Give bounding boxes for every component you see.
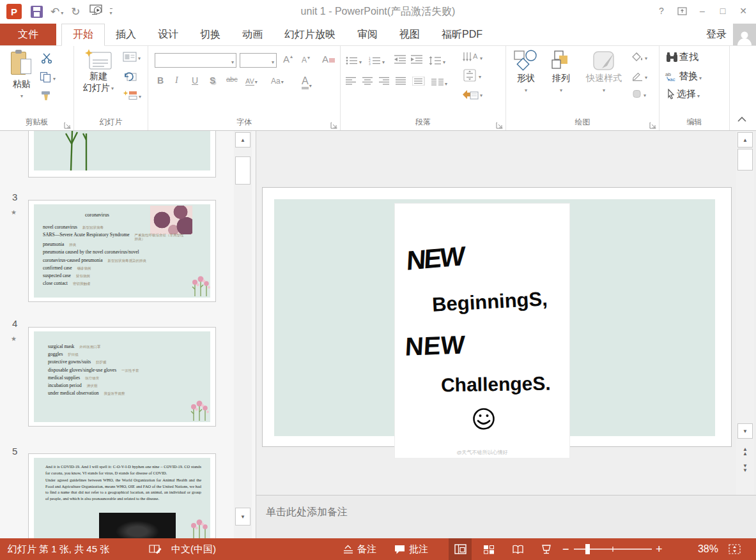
sign-in-link[interactable]: 登录 <box>700 24 733 45</box>
next-slide-button[interactable] <box>737 459 753 474</box>
align-left-button[interactable] <box>346 77 357 86</box>
main-scroll-up-button[interactable] <box>737 132 753 148</box>
strikethrough-button[interactable]: abc <box>226 75 238 83</box>
comments-toggle-button[interactable]: 批注 <box>394 538 428 560</box>
thumbnail-slide-5[interactable]: And it is COVID-19. And I will spell it:… <box>28 453 216 538</box>
tab-slideshow[interactable]: 幻灯片放映 <box>274 24 346 45</box>
main-scrollbar[interactable] <box>736 131 754 495</box>
convert-smartart-button[interactable] <box>462 88 482 100</box>
bold-button[interactable]: B <box>157 75 164 86</box>
change-case-button[interactable]: Aa <box>271 75 284 86</box>
maximize-button[interactable]: □ <box>713 3 733 19</box>
paste-button[interactable]: 粘贴 <box>5 50 38 102</box>
bullets-button[interactable] <box>346 55 362 66</box>
tab-file[interactable]: 文件 <box>0 24 56 45</box>
numbering-button[interactable]: 123 <box>369 55 385 66</box>
font-name-combobox[interactable] <box>155 53 236 68</box>
user-avatar[interactable] <box>733 24 756 45</box>
italic-button[interactable]: I <box>175 75 178 86</box>
character-spacing-button[interactable]: AV <box>245 75 258 86</box>
previous-slide-button[interactable] <box>737 443 753 458</box>
zoom-slider[interactable] <box>574 538 652 560</box>
ribbon-display-options-button[interactable] <box>672 3 692 19</box>
clipboard-dialog-launcher[interactable] <box>64 120 72 128</box>
thumb-scroll-down-button[interactable] <box>235 508 251 526</box>
spell-check-button[interactable] <box>148 538 162 560</box>
tab-animations[interactable]: 动画 <box>231 24 274 45</box>
arrange-button[interactable]: 排列 <box>544 50 578 96</box>
slide-sorter-view-button[interactable] <box>477 538 500 560</box>
tab-home[interactable]: 开始 <box>61 24 105 46</box>
close-button[interactable]: ✕ <box>733 3 753 19</box>
tab-transitions[interactable]: 切换 <box>189 24 231 45</box>
underline-button[interactable]: U <box>192 75 198 86</box>
align-text-button[interactable] <box>463 69 481 82</box>
replace-button[interactable]: abac 替换 <box>665 70 702 82</box>
tab-view[interactable]: 视图 <box>389 24 431 45</box>
copy-button[interactable] <box>40 72 56 83</box>
text-direction-button[interactable]: A <box>462 51 482 63</box>
section-button[interactable] <box>123 89 141 101</box>
tab-foxit-pdf[interactable]: 福昕PDF <box>431 24 493 45</box>
reset-slide-button[interactable] <box>124 70 137 82</box>
shape-outline-button[interactable] <box>631 70 647 82</box>
align-right-button[interactable] <box>379 77 390 86</box>
main-scroll-down-button[interactable] <box>737 423 753 439</box>
shape-effects-button[interactable] <box>631 88 646 100</box>
fit-to-window-icon <box>729 544 741 554</box>
slide-layout-button[interactable] <box>123 51 141 63</box>
distribute-button[interactable] <box>412 77 425 86</box>
language-indicator[interactable]: 中文(中国) <box>171 538 216 560</box>
cut-button[interactable] <box>41 52 52 64</box>
find-button[interactable]: 查找 <box>666 51 698 63</box>
justify-button[interactable] <box>396 77 406 86</box>
slide-center-image[interactable]: NEW BeginningS, NEW ChallengeS. @天气不错所以心… <box>394 203 570 458</box>
new-slide-button[interactable]: 新建 幻灯片 <box>78 49 119 94</box>
line-spacing-button[interactable] <box>429 55 445 66</box>
font-group-label: 字体 <box>148 117 340 128</box>
slideshow-view-button[interactable] <box>535 538 558 560</box>
zoom-in-button[interactable]: + <box>656 538 663 560</box>
tab-review[interactable]: 审阅 <box>346 24 389 45</box>
notes-toggle-button[interactable]: 备注 <box>343 538 376 560</box>
normal-view-button[interactable] <box>449 538 472 560</box>
decrease-indent-button[interactable] <box>394 55 406 64</box>
font-size-combobox[interactable] <box>240 53 277 68</box>
thumb-scroll-thumb[interactable] <box>235 156 251 185</box>
svg-text:ac: ac <box>670 77 675 82</box>
thumb-scroll-up-button[interactable] <box>235 132 251 148</box>
select-button[interactable]: 选择 <box>666 88 700 100</box>
collapse-ribbon-button[interactable] <box>737 114 747 125</box>
shapes-button[interactable]: 形状 <box>510 50 542 96</box>
shape-fill-button[interactable] <box>631 51 647 63</box>
notes-pane[interactable]: 单击此处添加备注 <box>256 496 756 538</box>
group-paragraph: 123 A 段落 <box>341 46 506 130</box>
format-painter-button[interactable] <box>40 91 52 102</box>
thumbnail-slide-2[interactable] <box>28 131 216 178</box>
clear-formatting-button[interactable]: A <box>322 54 335 64</box>
thumbnail-slide-3[interactable]: coronavirus novel coronavirus新型冠状病毒 SARS… <box>28 200 216 302</box>
help-button[interactable]: ? <box>651 3 672 19</box>
shapes-icon <box>513 50 539 73</box>
grow-font-button[interactable]: A▴ <box>283 54 293 64</box>
align-center-button[interactable] <box>362 77 373 86</box>
text-shadow-button[interactable]: S <box>210 75 215 86</box>
zoom-level-button[interactable]: 38% <box>685 538 718 560</box>
drawing-dialog-launcher[interactable] <box>649 120 657 128</box>
font-color-button[interactable]: A <box>302 75 312 89</box>
main-scroll-thumb[interactable] <box>737 149 753 170</box>
tab-insert[interactable]: 插入 <box>105 24 147 45</box>
font-dialog-launcher[interactable] <box>330 120 338 128</box>
quick-styles-button[interactable]: 快速样式 <box>580 50 628 96</box>
thumbnail-scrollbar[interactable] <box>234 131 252 538</box>
columns-button[interactable] <box>431 77 447 88</box>
minimize-button[interactable]: – <box>692 3 713 19</box>
shrink-font-button[interactable]: A▾ <box>302 55 310 64</box>
reading-view-button[interactable] <box>506 538 529 560</box>
thumbnail-slide-4[interactable]: surgical mask外科医用口罩 goggles护目镜 protectiv… <box>28 327 216 427</box>
paragraph-dialog-launcher[interactable] <box>496 120 504 128</box>
tab-design[interactable]: 设计 <box>147 24 189 45</box>
increase-indent-button[interactable] <box>411 55 423 64</box>
fit-slide-to-window-button[interactable] <box>729 538 741 560</box>
zoom-out-button[interactable]: − <box>562 538 569 560</box>
